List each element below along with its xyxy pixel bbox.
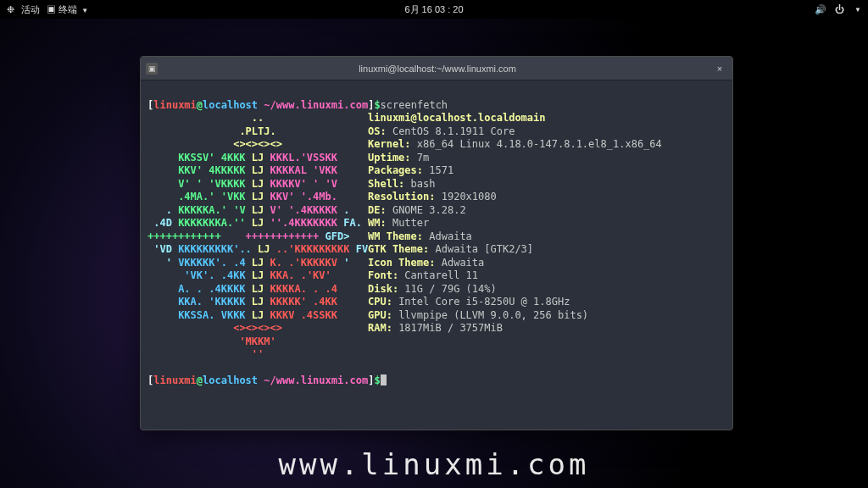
- screenfetch-row: .PLTJ.OS: CentOS 8.1.1911 Core: [147, 125, 726, 139]
- gnome-top-bar: ❉ 活动 ▣ 终端 ▼ 6月 16 03 : 20 🔊 ⏻ ▼: [0, 0, 868, 19]
- terminal-app-icon: ▣: [146, 63, 158, 75]
- terminal-body[interactable]: [linuxmi@localhost ~/www.linuxmi.com]$sc…: [141, 80, 732, 430]
- terminal-window: ▣ linuxmi@localhost:~/www.linuxmi.com × …: [140, 56, 733, 430]
- clock[interactable]: 6月 16 03 : 20: [404, 3, 463, 16]
- terminal-titlebar[interactable]: ▣ linuxmi@localhost:~/www.linuxmi.com ×: [141, 57, 732, 80]
- screenfetch-row: .4D KKKKKKKA.'' LJ ''.4KKKKKKK FA.WM: Mu…: [147, 217, 726, 230]
- screenfetch-row: KKV' 4KKKKK LJ KKKKAL 'VKKPackages: 1571: [147, 164, 726, 178]
- screenfetch-row: KKSSA. VKKK LJ KKKV .4SSKKGPU: llvmpipe …: [147, 309, 726, 323]
- prompt-line-2: [linuxmi@localhost ~/www.linuxmi.com]$: [147, 374, 387, 386]
- watermark-text: www.linuxmi.com: [278, 447, 589, 481]
- screenfetch-row: V' ' 'VKKKK LJ KKKKV' ' 'VShell: bash: [147, 178, 726, 191]
- window-title: linuxmi@localhost:~/www.linuxmi.com: [163, 64, 712, 74]
- prompt-line-1: [linuxmi@localhost ~/www.linuxmi.com]$sc…: [147, 99, 448, 111]
- volume-icon[interactable]: 🔊: [815, 4, 826, 15]
- screenfetch-row: KKSSV' 4KKK LJ KKKL.'VSSKKUptime: 7m: [147, 152, 726, 165]
- activities-button[interactable]: 活动: [21, 3, 40, 16]
- screenfetch-row: <><><><>Kernel: x86_64 Linux 4.18.0-147.…: [147, 138, 726, 152]
- power-icon[interactable]: ⏻: [835, 4, 844, 14]
- app-menu-label: 终端: [58, 4, 77, 14]
- terminal-icon: ▣: [47, 4, 56, 14]
- bug-icon: ❉: [7, 4, 14, 15]
- screenfetch-row: ..linuxmi@localhost.localdomain: [147, 112, 726, 125]
- screenfetch-row: 'MKKM': [147, 336, 726, 349]
- chevron-down-icon: ▼: [81, 7, 88, 14]
- screenfetch-row: 'VK'. .4KK LJ KKA. .'KV'Font: Cantarell …: [147, 269, 726, 283]
- screenfetch-row: ' VKKKKK'. .4 LJ K. .'KKKKKV 'Icon Theme…: [147, 257, 726, 270]
- screenfetch-row: 'VD KKKKKKKKK'.. LJ ..'KKKKKKKKK FVGTK T…: [147, 243, 726, 257]
- screenfetch-row: <><><><>RAM: 1817MiB / 3757MiB: [147, 322, 726, 336]
- window-close-button[interactable]: ×: [712, 64, 727, 74]
- screenfetch-row: KKA. 'KKKKK LJ KKKKK' .4KKCPU: Intel Cor…: [147, 296, 726, 309]
- screenfetch-row: A. . .4KKKK LJ KKKKA. . .4Disk: 11G / 79…: [147, 283, 726, 297]
- system-menu-chevron-icon[interactable]: ▼: [854, 6, 861, 14]
- screenfetch-row: '': [147, 348, 726, 362]
- screenfetch-row: ++++++++++++ ++++++++++++ GFD>WM Theme: …: [147, 230, 726, 244]
- app-menu[interactable]: ▣ 终端 ▼: [47, 3, 88, 16]
- cursor: [381, 374, 387, 385]
- screenfetch-row: . KKKKKA.' 'V LJ V' '.4KKKKK .DE: GNOME …: [147, 204, 726, 218]
- screenfetch-row: .4MA.' 'VKK LJ KKV' '.4Mb.Resolution: 19…: [147, 191, 726, 204]
